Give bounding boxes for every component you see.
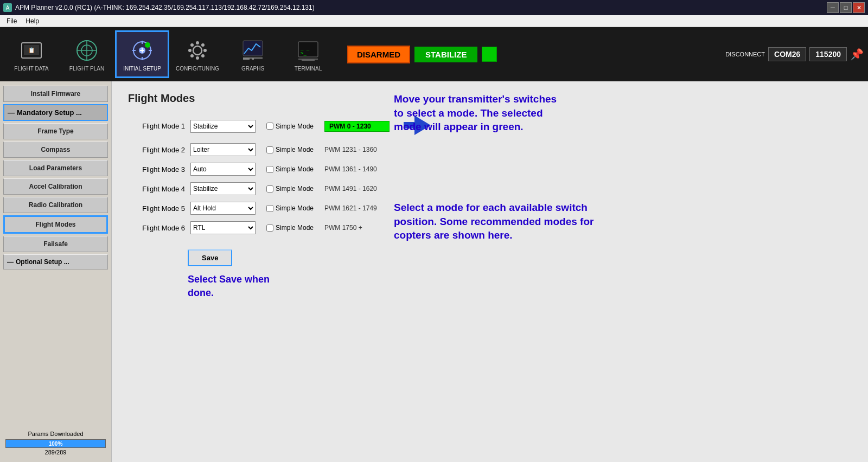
graphs-icon [240, 37, 266, 63]
toolbar-flight-plan-label: FLIGHT PLAN [69, 66, 104, 72]
toolbar-terminal-label: TERMINAL [295, 66, 322, 72]
terminal-icon: _ _ >_ [295, 37, 321, 63]
disconnect-label: DISCONNECT [725, 51, 765, 57]
fm3-pwm: PWM 1361 - 1490 [324, 165, 390, 173]
main-content: Install Firmware — Mandatory Setup ... F… [0, 81, 868, 462]
toolbar-flight-data-label: FLIGHT DATA [14, 66, 48, 72]
config-tuning-icon [184, 37, 210, 63]
fm6-simple-checkbox[interactable] [266, 224, 273, 232]
fm5-select[interactable]: StabilizeLoiterAutoAlt HoldRTL [190, 202, 256, 215]
fm6-select[interactable]: StabilizeLoiterAutoAlt HoldRTL [190, 221, 256, 234]
toolbar-flight-data[interactable]: 📋 FLIGHT DATA [4, 30, 59, 78]
right-instructions: Move your transmitter's switches to sele… [394, 92, 557, 145]
svg-text:>_: >_ [301, 50, 307, 56]
instruction-line2: done. [188, 287, 214, 298]
sidebar-compass[interactable]: Compass [3, 142, 108, 158]
toolbar-terminal[interactable]: _ _ >_ TERMINAL [281, 30, 335, 78]
status-area: DISARMED STABILIZE [347, 46, 497, 63]
fm4-simple-mode[interactable]: Simple Mode [266, 185, 314, 193]
fm3-simple-mode[interactable]: Simple Mode [266, 165, 314, 173]
svg-point-16 [193, 46, 202, 55]
fm5-simple-checkbox[interactable] [266, 205, 273, 212]
fm1-simple-mode[interactable]: Simple Mode [266, 123, 314, 130]
toolbar: 📋 FLIGHT DATA FLIGHT PLAN [0, 27, 868, 81]
svg-point-21 [190, 43, 194, 47]
fm4-label: Flight Mode 4 [128, 185, 185, 193]
fm3-simple-checkbox[interactable] [266, 166, 273, 173]
maximize-button[interactable]: □ [840, 2, 852, 13]
content-area: Flight Modes Flight Mode 1 StabilizeLoit… [112, 81, 868, 462]
toolbar-initial-setup[interactable]: INITIAL SETUP [115, 30, 169, 78]
baud-rate[interactable]: 115200 [809, 47, 847, 61]
sidebar-failsafe[interactable]: Failsafe [3, 236, 108, 252]
optional-arrow-icon: — [7, 258, 14, 266]
toolbar-flight-plan[interactable]: FLIGHT PLAN [60, 30, 114, 78]
svg-point-20 [203, 49, 207, 52]
pin-icon: 📌 [850, 48, 864, 61]
progress-label: Params Downloaded [5, 431, 106, 437]
menu-file[interactable]: File [2, 16, 21, 26]
fm1-select[interactable]: StabilizeLoiterAutoAlt HoldRTL [190, 120, 256, 133]
fm5-simple-mode[interactable]: Simple Mode [266, 204, 314, 212]
fm1-simple-checkbox[interactable] [266, 123, 273, 130]
mandatory-arrow-icon: — [8, 108, 15, 117]
instruction-text-left: Select Save when done. [188, 273, 350, 300]
sidebar-radio-calibration[interactable]: Radio Calibration [3, 197, 108, 213]
window-controls[interactable]: ─ □ ✕ [827, 2, 865, 13]
armed-status: DISARMED [347, 46, 410, 63]
sidebar-install-firmware[interactable]: Install Firmware [3, 86, 108, 102]
status-indicator [482, 47, 497, 62]
svg-point-22 [201, 54, 205, 57]
fm5-pwm: PWM 1621 - 1749 [324, 204, 390, 212]
com-port[interactable]: COM26 [768, 47, 806, 61]
save-button[interactable]: Save [188, 249, 232, 266]
fm4-pwm: PWM 1491 - 1620 [324, 185, 390, 193]
minimize-button[interactable]: ─ [827, 2, 839, 13]
fm2-simple-mode[interactable]: Simple Mode [266, 146, 314, 153]
fm4-simple-checkbox[interactable] [266, 185, 273, 193]
menu-bar: File Help [0, 15, 868, 27]
fm2-simple-checkbox[interactable] [266, 146, 273, 153]
mandatory-setup-label: Mandatory Setup ... [17, 108, 82, 117]
svg-point-17 [196, 41, 199, 44]
progress-area: Params Downloaded 100% 289/289 [3, 428, 108, 458]
svg-point-15 [145, 42, 150, 48]
fm5-label: Flight Mode 5 [128, 204, 185, 213]
flight-mode-row-4: Flight Mode 4 StabilizeLoiterAutoAlt Hol… [128, 182, 852, 195]
sidebar-load-parameters[interactable]: Load Parameters [3, 160, 108, 176]
sidebar-mandatory-setup[interactable]: — Mandatory Setup ... [3, 104, 108, 121]
flight-data-icon: 📋 [18, 37, 44, 63]
sidebar-flight-modes[interactable]: Flight Modes [3, 215, 108, 234]
progress-bar-fill: 100% [6, 440, 105, 447]
fm2-pwm: PWM 1231 - 1360 [324, 146, 390, 153]
right-instructions-2: Select a mode for each available switch … [394, 201, 593, 253]
right-toolbar: DISCONNECT COM26 115200 📌 [725, 47, 864, 61]
toolbar-graphs-label: GRAPHS [241, 66, 264, 72]
svg-point-24 [190, 54, 194, 57]
sidebar: Install Firmware — Mandatory Setup ... F… [0, 81, 112, 462]
sidebar-accel-calibration[interactable]: Accel Calibration [3, 178, 108, 195]
fm6-simple-mode[interactable]: Simple Mode [266, 224, 314, 232]
instruction-line1: Select Save when [188, 274, 270, 285]
toolbar-config-tuning[interactable]: CONFIG/TUNING [170, 30, 225, 78]
fm3-label: Flight Mode 3 [128, 165, 185, 174]
fm6-pwm: PWM 1750 + [324, 224, 390, 232]
fm1-pwm: PWM 0 - 1230 [324, 121, 390, 132]
instruction-right2: Select a mode for each available switch … [394, 201, 593, 242]
fm2-select[interactable]: StabilizeLoiterAutoAlt HoldRTL [190, 143, 256, 156]
fm3-select[interactable]: StabilizeLoiterAutoAlt HoldRTL [190, 163, 256, 176]
fm2-label: Flight Mode 2 [128, 146, 185, 154]
close-button[interactable]: ✕ [853, 2, 865, 13]
instruction-right1: Move your transmitter's switches to sele… [394, 92, 557, 134]
sidebar-optional-setup[interactable]: — Optional Setup ... [3, 254, 108, 270]
app-icon: A [3, 3, 12, 12]
fm1-label: Flight Mode 1 [128, 122, 185, 130]
flight-plan-icon [74, 37, 100, 63]
fm6-label: Flight Mode 6 [128, 224, 185, 232]
initial-setup-icon [129, 37, 155, 63]
flight-mode-row-2: Flight Mode 2 StabilizeLoiterAutoAlt Hol… [128, 143, 852, 156]
toolbar-graphs[interactable]: GRAPHS [226, 30, 280, 78]
fm4-select[interactable]: StabilizeLoiterAutoAlt HoldRTL [190, 182, 256, 195]
menu-help[interactable]: Help [21, 16, 43, 26]
sidebar-frame-type[interactable]: Frame Type [3, 123, 108, 139]
